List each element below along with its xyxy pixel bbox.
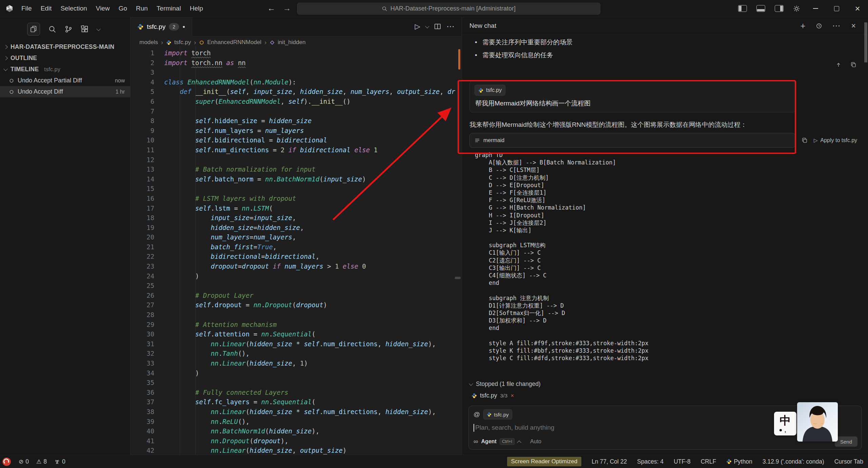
chat-tab-title[interactable]: New chat	[469, 22, 496, 30]
python-interpreter[interactable]: 3.12.9 ('.conda': conda)	[763, 458, 824, 465]
command-center[interactable]: HAR-Dataset-Preprocess-main [Administrat…	[297, 3, 600, 15]
scrollbar-marker[interactable]	[455, 277, 461, 279]
code-line-32[interactable]: 32 nn.Tanh(),	[131, 349, 461, 358]
code-line-19[interactable]: 19 hidden_size=hidden_size,	[131, 223, 461, 233]
menu-help[interactable]: Help	[185, 5, 207, 12]
code-line-7[interactable]: 7	[131, 106, 461, 116]
code-line-42[interactable]: 42 nn.Linear(hidden_size, output_size)	[131, 446, 461, 455]
language-mode[interactable]: Python	[726, 458, 752, 465]
breadcrumb[interactable]: models › tsfc.py › EnhancedRNNModel › in…	[131, 36, 461, 48]
status-warnings[interactable]: ⚠ 8	[36, 458, 47, 465]
context-chip[interactable]: tsfc.py	[483, 409, 512, 420]
breadcrumb-method[interactable]: init_hidden	[278, 39, 306, 46]
explorer-icon[interactable]	[27, 23, 40, 36]
model-selector[interactable]: Auto	[530, 438, 541, 445]
chat-scrollbar[interactable]	[864, 22, 867, 62]
add-context-icon[interactable]: @	[474, 411, 480, 418]
code-line-14[interactable]: 14 self.batch_norm = nn.BatchNorm1d(inpu…	[131, 174, 461, 184]
code-line-18[interactable]: 18 input_size=input_size,	[131, 213, 461, 223]
code-line-33[interactable]: 33 nn.Linear(hidden_size, 1)	[131, 358, 461, 368]
mode-selector[interactable]: ∞ Agent Ctrl+I	[474, 438, 521, 445]
code-line-8[interactable]: 8 self.hidden_size = hidden_size	[131, 116, 461, 126]
code-line-2[interactable]: 2import torch.nn as nn	[131, 58, 461, 68]
code-line-35[interactable]: 35	[131, 378, 461, 388]
code-area[interactable]: 1import torch2import torch.nn as nn34cla…	[131, 48, 461, 455]
eol-setting[interactable]: CRLF	[701, 458, 716, 465]
apply-code-button[interactable]: ▷ Apply to tsfc.py	[814, 137, 857, 143]
menu-edit[interactable]: Edit	[36, 5, 56, 12]
timeline-item[interactable]: Undo Accept Partial Diff now	[0, 75, 130, 86]
sidebar-section-timeline[interactable]: TIMELINE tsfc.py	[0, 64, 130, 75]
search-icon[interactable]	[48, 25, 56, 33]
code-line-23[interactable]: 23 dropout=dropout if num_layers > 1 els…	[131, 261, 461, 271]
modified-dot-icon[interactable]: ●	[182, 24, 185, 29]
code-line-36[interactable]: 36 # Fully connected Layers	[131, 388, 461, 397]
code-line-26[interactable]: 26 # Dropout Layer	[131, 291, 461, 300]
changed-file-row[interactable]: tsfc.py 3/3 ×	[471, 392, 514, 399]
code-line-13[interactable]: 13 # Batch normalization for input	[131, 164, 461, 174]
cursor-tab-status[interactable]: Cursor Tab	[834, 458, 863, 465]
code-line-28[interactable]: 28	[131, 310, 461, 320]
split-editor-icon[interactable]	[434, 23, 441, 30]
cursor-position[interactable]: Ln 77, Col 22	[592, 458, 627, 465]
copy-icon[interactable]	[850, 62, 856, 68]
code-line-24[interactable]: 24 )	[131, 271, 461, 281]
status-ports[interactable]: 0	[54, 458, 65, 465]
code-line-31[interactable]: 31 nn.Linear(hidden_size * self.num_dire…	[131, 339, 461, 349]
sidebar-section-project[interactable]: HAR-DATASET-PREPROCESS-MAIN	[0, 41, 130, 53]
run-python-icon[interactable]: ▷	[415, 22, 420, 31]
breadcrumb-file[interactable]: tsfc.py	[174, 39, 191, 46]
indentation-setting[interactable]: Spaces: 4	[637, 458, 663, 465]
code-line-9[interactable]: 9 self.num_layers = num_layers	[131, 126, 461, 136]
menu-view[interactable]: View	[92, 5, 114, 12]
source-control-icon[interactable]	[64, 25, 73, 33]
mermaid-code-block[interactable]: graph TD A[输入数据] --> B[Batch Normalizati…	[475, 151, 861, 362]
agent-status-row[interactable]: Stopped (1 file changed)	[469, 381, 541, 388]
menu-selection[interactable]: Selection	[56, 5, 91, 12]
close-chat-icon[interactable]: ×	[851, 21, 856, 31]
scroll-up-icon[interactable]	[835, 62, 842, 68]
minimize-button[interactable]	[805, 0, 826, 17]
code-line-25[interactable]: 25	[131, 281, 461, 291]
settings-gear-icon[interactable]	[793, 5, 800, 12]
breadcrumb-class[interactable]: EnhancedRNNModel	[207, 39, 262, 46]
code-line-11[interactable]: 11 self.num_directions = 2 if bidirectio…	[131, 145, 461, 155]
timeline-item[interactable]: Undo Accept Diff 1 hr	[0, 86, 130, 97]
send-button[interactable]: Send	[835, 436, 857, 447]
menu-run[interactable]: Run	[132, 5, 152, 12]
code-line-16[interactable]: 16 # LSTM layers with dropout	[131, 194, 461, 203]
code-line-29[interactable]: 29 # Attention mechanism	[131, 320, 461, 330]
code-line-39[interactable]: 39 nn.ReLU(),	[131, 417, 461, 427]
status-errors[interactable]: ⊘ 0	[19, 458, 29, 465]
toggle-panel-icon[interactable]	[756, 5, 765, 12]
sidebar-section-outline[interactable]: OUTLINE	[0, 53, 130, 64]
code-line-1[interactable]: 1import torch	[131, 48, 461, 58]
menu-terminal[interactable]: Terminal	[152, 5, 186, 12]
code-line-20[interactable]: 20 num_layers=num_layers,	[131, 232, 461, 242]
code-line-37[interactable]: 37 self.fc_layers = nn.Sequential(	[131, 397, 461, 407]
history-icon[interactable]	[816, 23, 822, 29]
extensions-icon[interactable]	[81, 25, 89, 33]
menu-go[interactable]: Go	[114, 5, 131, 12]
nav-forward-icon[interactable]: →	[283, 3, 291, 13]
toggle-secondary-sidebar-icon[interactable]	[775, 5, 784, 12]
menu-file[interactable]: File	[17, 5, 36, 12]
chevron-down-icon[interactable]	[97, 26, 100, 32]
code-line-5[interactable]: 5 def __init__(self, input_size, hidden_…	[131, 87, 461, 97]
maximize-button[interactable]	[826, 0, 847, 17]
code-block-header[interactable]: mermaid	[469, 133, 795, 148]
screen-reader-status[interactable]: Screen Reader Optimized	[507, 457, 582, 466]
code-line-27[interactable]: 27 self.dropout = nn.Dropout(dropout)	[131, 300, 461, 310]
code-line-34[interactable]: 34 )	[131, 368, 461, 378]
code-line-38[interactable]: 38 nn.Linear(hidden_size * self.num_dire…	[131, 407, 461, 417]
code-line-3[interactable]: 3	[131, 67, 461, 77]
code-line-30[interactable]: 30 self.attention = nn.Sequential(	[131, 329, 461, 339]
more-actions-icon[interactable]: ⋯	[446, 22, 455, 31]
nav-back-icon[interactable]: ←	[267, 3, 275, 13]
dismiss-file-icon[interactable]: ×	[510, 392, 514, 399]
code-line-10[interactable]: 10 self.bidirectional = bidirectional	[131, 135, 461, 145]
code-line-21[interactable]: 21 batch_first=True,	[131, 242, 461, 252]
code-line-40[interactable]: 40 nn.BatchNorm1d(hidden_size),	[131, 426, 461, 436]
encoding-setting[interactable]: UTF-8	[674, 458, 691, 465]
code-line-4[interactable]: 4class EnhancedRNNModel(nn.Module):	[131, 77, 461, 87]
